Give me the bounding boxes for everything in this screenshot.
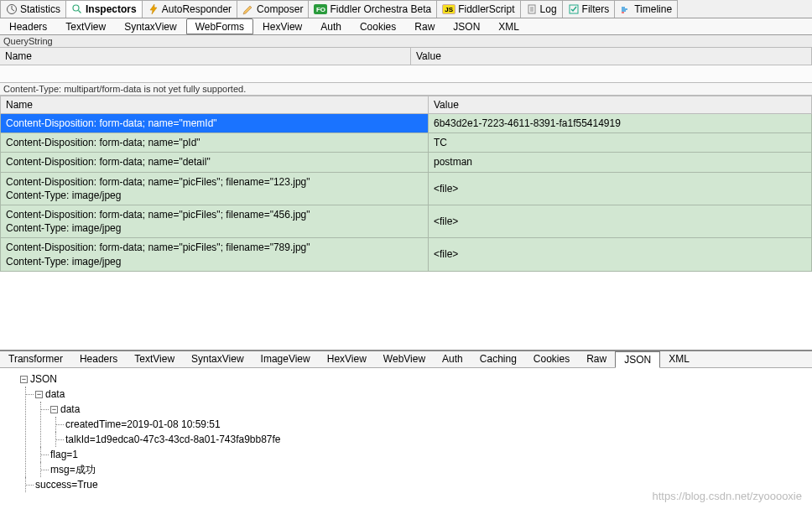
tree-data[interactable]: data xyxy=(45,388,65,400)
cell-name[interactable]: Content-Disposition: form-data; name="pI… xyxy=(1,133,429,153)
qs-col-value[interactable]: Value xyxy=(411,48,812,65)
cell-name[interactable]: Content-Disposition: form-data; name="pi… xyxy=(1,205,429,237)
tree-toggle-icon[interactable]: − xyxy=(50,406,58,413)
cell-name[interactable]: Content-Disposition: form-data; name="pi… xyxy=(1,172,429,205)
cell-name[interactable]: Content-Disposition: form-data; name="pi… xyxy=(1,238,429,271)
table-row[interactable]: Content-Disposition: form-data; name="pi… xyxy=(1,238,812,271)
cell-name[interactable]: Content-Disposition: form-data; name="me… xyxy=(1,114,429,133)
req-tab-headers[interactable]: Headers xyxy=(0,18,56,34)
resp-tab-webview[interactable]: WebView xyxy=(375,351,434,367)
tab-filters[interactable]: Filters xyxy=(562,0,616,18)
tab-log[interactable]: Log xyxy=(520,0,563,18)
json-tree[interactable]: −JSON −data −data createdTime=2019-01-08… xyxy=(0,368,812,496)
resp-tab-transformer[interactable]: Transformer xyxy=(0,351,71,367)
svg-point-1 xyxy=(73,5,79,11)
tab-composer[interactable]: Composer xyxy=(237,0,309,18)
response-inspector-tabs: Transformer Headers TextView SyntaxView … xyxy=(0,351,812,368)
cell-value[interactable]: <file> xyxy=(429,238,812,271)
querystring-empty xyxy=(0,65,812,82)
resp-tab-headers[interactable]: Headers xyxy=(71,351,126,367)
fo-badge-icon: FO xyxy=(314,4,327,14)
tab-label: FiddlerScript xyxy=(458,3,514,15)
req-tab-hexview[interactable]: HexView xyxy=(253,18,311,34)
resp-tab-raw[interactable]: Raw xyxy=(578,351,615,367)
tab-label: Fiddler Orchestra Beta xyxy=(330,3,431,15)
tab-inspectors[interactable]: Inspectors xyxy=(65,0,143,18)
request-inspector-tabs: Headers TextView SyntaxView WebForms Hex… xyxy=(0,18,812,35)
lightning-icon xyxy=(148,3,159,15)
multipart-warning: Content-Type: multipart/form-data is not… xyxy=(0,82,812,96)
tree-inner-data[interactable]: data xyxy=(60,403,80,415)
table-row[interactable]: Content-Disposition: form-data; name="pi… xyxy=(1,205,812,237)
resp-tab-caching[interactable]: Caching xyxy=(471,351,525,367)
magnifier-icon xyxy=(71,3,83,15)
tree-leaf-success[interactable]: success=True xyxy=(35,477,807,492)
tab-statistics[interactable]: Statistics xyxy=(0,0,66,18)
resp-tab-textview[interactable]: TextView xyxy=(126,351,183,367)
resp-tab-imageview[interactable]: ImageView xyxy=(252,351,319,367)
req-tab-cookies[interactable]: Cookies xyxy=(351,18,405,34)
form-header-row: Name Value xyxy=(1,96,812,114)
resp-tab-syntaxview[interactable]: SyntaxView xyxy=(183,351,252,367)
form-data-table: Name Value Content-Disposition: form-dat… xyxy=(0,96,812,272)
resp-tab-xml[interactable]: XML xyxy=(660,351,698,367)
document-icon xyxy=(526,3,538,15)
cell-value[interactable]: postman xyxy=(429,153,812,172)
tab-label: Timeline xyxy=(634,3,672,15)
req-tab-xml[interactable]: XML xyxy=(489,18,528,34)
resp-tab-auth[interactable]: Auth xyxy=(434,351,471,367)
tab-label: AutoResponder xyxy=(162,3,232,15)
timeline-icon xyxy=(620,3,632,15)
resp-tab-cookies[interactable]: Cookies xyxy=(525,351,578,367)
resp-tab-json[interactable]: JSON xyxy=(615,351,660,368)
tree-root[interactable]: JSON xyxy=(30,373,57,385)
qs-col-name[interactable]: Name xyxy=(0,48,411,65)
cell-value[interactable]: TC xyxy=(429,133,812,153)
req-tab-webforms[interactable]: WebForms xyxy=(186,18,253,34)
cell-value[interactable]: <file> xyxy=(429,172,812,205)
tab-label: Log xyxy=(540,3,557,15)
tree-toggle-icon[interactable]: − xyxy=(20,376,28,383)
clock-icon xyxy=(6,3,18,15)
req-tab-raw[interactable]: Raw xyxy=(405,18,444,34)
tab-label: Composer xyxy=(257,3,303,15)
table-row[interactable]: Content-Disposition: form-data; name="pi… xyxy=(1,172,812,205)
querystring-label: QueryString xyxy=(0,35,812,48)
resp-tab-hexview[interactable]: HexView xyxy=(319,351,375,367)
tab-fiddlerscript[interactable]: JS FiddlerScript xyxy=(436,0,520,18)
req-tab-auth[interactable]: Auth xyxy=(311,18,351,34)
form-col-value[interactable]: Value xyxy=(429,96,812,114)
cell-value[interactable]: <file> xyxy=(429,205,812,237)
tab-orchestra[interactable]: FO Fiddler Orchestra Beta xyxy=(308,0,437,18)
req-tab-syntaxview[interactable]: SyntaxView xyxy=(115,18,185,34)
tree-leaf-talkid[interactable]: talkId=1d9edca0-47c3-43cd-8a01-743fa9bb8… xyxy=(65,432,807,447)
tree-leaf-createdtime[interactable]: createdTime=2019-01-08 10:59:51 xyxy=(65,417,807,432)
pencil-icon xyxy=(242,3,254,15)
tab-label: Inspectors xyxy=(86,3,137,15)
tab-label: Filters xyxy=(582,3,610,15)
req-tab-json[interactable]: JSON xyxy=(444,18,489,34)
tree-leaf-flag[interactable]: flag=1 xyxy=(50,447,807,462)
cell-name[interactable]: Content-Disposition: form-data; name="de… xyxy=(1,153,429,172)
main-tab-bar: Statistics Inspectors AutoResponder Comp… xyxy=(0,0,812,18)
js-badge-icon: JS xyxy=(442,4,455,14)
tab-label: Statistics xyxy=(20,3,60,15)
form-col-name[interactable]: Name xyxy=(1,96,429,114)
tree-toggle-icon[interactable]: − xyxy=(35,391,43,398)
response-panel: Transformer Headers TextView SyntaxView … xyxy=(0,350,812,509)
tab-autoresponder[interactable]: AutoResponder xyxy=(142,0,237,18)
tab-timeline[interactable]: Timeline xyxy=(614,0,678,18)
cell-value[interactable]: 6b43d2e1-7223-4611-8391-fa1f55414919 xyxy=(429,114,812,133)
checkbox-icon xyxy=(568,3,580,15)
table-row[interactable]: Content-Disposition: form-data; name="me… xyxy=(1,114,812,133)
table-row[interactable]: Content-Disposition: form-data; name="de… xyxy=(1,153,812,172)
req-tab-textview[interactable]: TextView xyxy=(56,18,115,34)
querystring-header: Name Value xyxy=(0,48,812,65)
table-row[interactable]: Content-Disposition: form-data; name="pI… xyxy=(1,133,812,153)
tree-leaf-msg[interactable]: msg=成功 xyxy=(50,462,807,477)
